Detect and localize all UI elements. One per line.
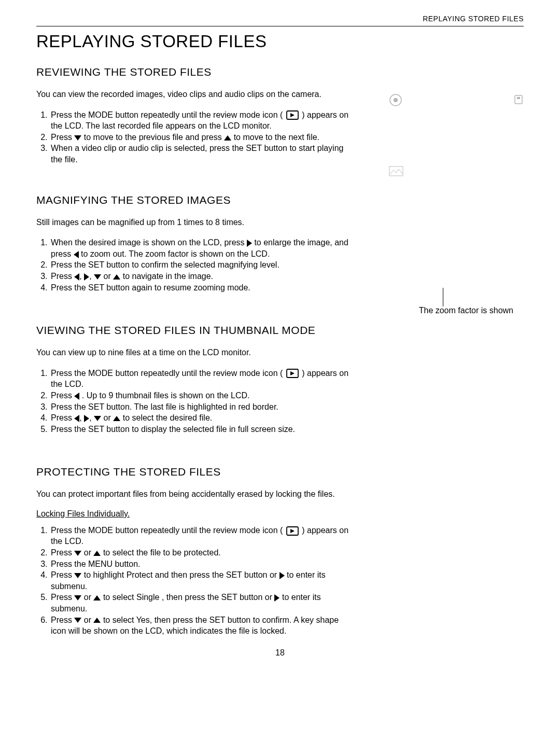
svg-rect-2 [515, 95, 522, 104]
zoom-pointer-line [443, 288, 443, 306]
camera-top-icon [389, 93, 524, 109]
comma: , [79, 413, 84, 422]
svg-marker-10 [290, 529, 295, 533]
list-item: Press the SET button again to resume zoo… [50, 282, 353, 294]
lead-thumbnail: You can view up to nine files at a time … [36, 347, 353, 358]
svg-point-1 [394, 98, 398, 102]
comma: , [89, 413, 94, 422]
list-item: Press or to select Single , then press t… [50, 592, 353, 614]
text: Press [51, 616, 74, 624]
svg-marker-6 [290, 113, 295, 117]
lead-reviewing: You can view the recorded images, video … [36, 89, 353, 100]
list-item: Press to highlight Protect and then pres… [50, 569, 353, 592]
running-head: REPLAYING STORED FILES [36, 15, 524, 23]
list-item: When the desired image is shown on the L… [50, 237, 353, 259]
text: Press the MODE button repeatedly until t… [51, 526, 283, 535]
text: Press [51, 593, 74, 602]
left-arrow-icon [74, 415, 79, 422]
comma: , [79, 272, 84, 281]
text: . Up to 9 thumbnail files is shown on th… [82, 391, 250, 400]
list-item: Press , , or to navigate in the image. [50, 271, 353, 282]
list-item: Press the SET button to confirm the sele… [50, 259, 353, 271]
right-arrow-icon [84, 273, 89, 281]
list-item: Press . Up to 9 thumbnail files is shown… [50, 390, 353, 401]
text: When the desired image is shown on the L… [51, 238, 247, 247]
up-arrow-icon [93, 595, 101, 601]
text: Press [51, 570, 74, 579]
steps-magnifying: When the desired image is shown on the L… [36, 237, 353, 293]
list-item: Press the MODE button repeatedly until t… [50, 525, 353, 547]
side-figure-area [389, 93, 524, 188]
subhead-locking: Locking Files Individually. [36, 509, 430, 519]
list-item: Press , , or to select the desired file. [50, 412, 353, 424]
left-arrow-icon [74, 273, 79, 281]
down-arrow-icon [74, 573, 81, 578]
text: Press [51, 413, 74, 422]
down-arrow-icon [74, 551, 81, 556]
text: Press [51, 133, 74, 142]
text: or [84, 616, 94, 624]
review-mode-icon [286, 369, 299, 378]
heading-reviewing: REVIEWING THE STORED FILES [36, 66, 353, 78]
heading-protecting: PROTECTING THE STORED FILES [36, 466, 430, 478]
steps-reviewing: Press the MODE button repeatedly until t… [36, 109, 353, 165]
up-arrow-icon [113, 274, 120, 280]
steps-protecting: Press the MODE button repeatedly until t… [36, 525, 353, 637]
up-arrow-icon [224, 135, 231, 141]
text: to move to the next file. [234, 133, 319, 142]
down-arrow-icon [74, 135, 81, 141]
photo-placeholder-icon [389, 166, 524, 178]
text: to select the desired file. [123, 413, 213, 422]
list-item: Press or to select Yes, then press the S… [50, 615, 353, 637]
text: to select the file to be protected. [103, 548, 221, 557]
list-item: Press the SET button. The last file is h… [50, 401, 353, 413]
svg-marker-8 [290, 371, 295, 375]
svg-rect-4 [389, 166, 403, 176]
top-rule [36, 26, 524, 26]
heading-thumbnail: VIEWING THE STORED FILES IN THUMBNAIL MO… [36, 324, 353, 337]
text: Press [51, 391, 74, 400]
right-arrow-icon [274, 594, 279, 602]
comma: , [89, 272, 94, 281]
text: or [84, 548, 94, 557]
steps-thumbnail: Press the MODE button repeatedly until t… [36, 368, 353, 435]
text: Press the MODE button repeatedly until t… [51, 110, 283, 119]
text: to zoom out. The zoom factor is shown on… [81, 249, 270, 258]
shutter-icon [389, 93, 402, 109]
zoom-caption: The zoom factor is shown [419, 306, 513, 315]
up-arrow-icon [93, 551, 101, 556]
text: or [84, 593, 94, 602]
right-arrow-icon [247, 240, 252, 247]
review-mode-icon [286, 110, 299, 120]
up-arrow-icon [113, 416, 120, 421]
up-arrow-icon [93, 618, 101, 623]
lead-magnifying: Still images can be magnified up from 1 … [36, 217, 353, 228]
down-arrow-icon [94, 416, 101, 421]
right-arrow-icon [84, 415, 89, 422]
lead-protecting: You can protect important files from bei… [36, 488, 430, 500]
review-mode-icon [286, 526, 299, 536]
text: to navigate in the image. [123, 272, 213, 281]
page-title: REPLAYING STORED FILES [36, 32, 524, 51]
memory-icon [513, 94, 524, 108]
list-item: Press or to select the file to be protec… [50, 547, 353, 558]
left-arrow-icon [74, 251, 79, 258]
list-item: Press the SET button to display the sele… [50, 424, 353, 435]
list-item: Press the MODE button repeatedly until t… [50, 109, 353, 132]
text: or [104, 272, 114, 281]
text: to move to the previous file and press [84, 133, 224, 142]
svg-rect-3 [517, 97, 520, 99]
list-item: Press the MENU button. [50, 558, 353, 570]
text: Press [51, 272, 74, 281]
page-number: 18 [36, 648, 524, 658]
text: to select Single , then press the SET bu… [103, 593, 275, 602]
list-item: When a video clip or audio clip is selec… [50, 143, 353, 165]
right-arrow-icon [279, 572, 285, 579]
list-item: Press to move to the previous file and p… [50, 132, 353, 143]
text: Press the MODE button repeatedly until t… [51, 369, 283, 378]
left-arrow-icon [74, 393, 79, 400]
heading-magnifying: MAGNIFYING THE STORED IMAGES [36, 194, 353, 206]
text: Press [51, 548, 74, 557]
text: to highlight Protect and then press the … [84, 570, 279, 579]
down-arrow-icon [74, 595, 81, 601]
